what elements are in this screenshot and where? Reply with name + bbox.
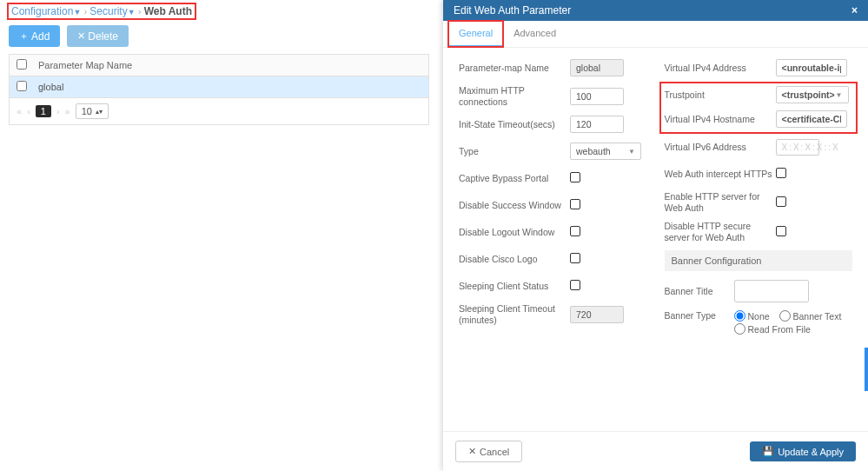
vip6addr-field[interactable]: X:X:X:X::X: [776, 139, 819, 156]
radio-file[interactable]: Read From File: [734, 323, 811, 335]
disable-logo-checkbox[interactable]: [570, 253, 580, 263]
x-icon: ✕: [468, 446, 476, 457]
label-max-http: Maximum HTTP connections: [459, 85, 570, 107]
trustpoint-select[interactable]: <trustpoint>▼: [776, 86, 849, 103]
sleep-timeout-field[interactable]: [570, 306, 624, 323]
label-dsecure: Disable HTTP secure server for Web Auth: [665, 221, 776, 242]
label-sleep-status: Sleeping Client Status: [459, 281, 570, 292]
pager-next[interactable]: ›: [56, 106, 60, 116]
disable-success-checkbox[interactable]: [570, 199, 580, 209]
init-timeout-field[interactable]: [570, 116, 624, 133]
label-dsuccess: Disable Success Window: [459, 200, 570, 211]
label-captive: Captive Bypass Portal: [459, 173, 570, 184]
label-param-name: Parameter-map Name: [459, 63, 570, 74]
save-icon: 💾: [762, 446, 774, 457]
banner-title-field[interactable]: [734, 280, 809, 302]
label-banner-type: Banner Type: [665, 310, 734, 322]
tab-advanced[interactable]: Advanced: [503, 21, 567, 47]
edit-webauth-modal: Edit Web Auth Parameter × General Advanc…: [443, 0, 868, 471]
label-vip6addr: Virtual IPv6 Address: [665, 142, 776, 153]
page-size-selector[interactable]: 10▴▾: [76, 103, 109, 119]
modal-title: Edit Web Auth Parameter: [454, 4, 571, 17]
delete-button[interactable]: ✕Delete: [67, 25, 129, 47]
label-sleep-timeout: Sleeping Client Timeout (minutes): [459, 303, 570, 325]
vip4addr-field[interactable]: [776, 59, 847, 76]
accent-bar: [865, 348, 868, 391]
httpserver-checkbox[interactable]: [776, 196, 786, 207]
vip4host-field[interactable]: [776, 110, 847, 128]
intercept-checkbox[interactable]: [776, 168, 786, 178]
row-name: global: [38, 82, 421, 92]
radio-text[interactable]: Banner Text: [779, 310, 842, 322]
label-vip4addr: Virtual IPv4 Address: [665, 63, 776, 74]
label-intercept: Web Auth intercept HTTPs: [665, 169, 776, 180]
table-row[interactable]: global: [10, 76, 428, 98]
label-trustpoint: Trustpoint: [665, 90, 776, 101]
tab-general[interactable]: General: [448, 21, 503, 47]
sort-icon: ▴▾: [96, 108, 103, 116]
label-dlogo: Disable Cisco Logo: [459, 254, 570, 265]
radio-none[interactable]: None: [734, 310, 770, 322]
pager: « ‹ 1 › » 10▴▾: [10, 98, 428, 124]
label-init-timeout: Init-State Timeout(secs): [459, 119, 570, 130]
chevron-down-icon: ▼: [628, 148, 635, 156]
label-dlogout: Disable Logout Window: [459, 227, 570, 238]
parameter-map-table: Parameter Map Name global « ‹ 1 › » 10▴▾: [9, 54, 429, 125]
apply-button[interactable]: 💾Update & Apply: [750, 441, 856, 461]
label-banner-title: Banner Title: [665, 286, 734, 297]
pager-last[interactable]: »: [65, 106, 70, 116]
plus-icon: ＋: [19, 30, 29, 43]
select-all-checkbox[interactable]: [17, 59, 27, 70]
row-checkbox[interactable]: [17, 81, 27, 91]
disable-logout-checkbox[interactable]: [570, 226, 580, 236]
pager-prev[interactable]: ‹: [27, 106, 30, 116]
banner-type-radios: None Banner Text Read From File: [734, 310, 853, 336]
chevron-down-icon: ▼: [836, 91, 843, 99]
disable-secure-checkbox[interactable]: [776, 226, 786, 236]
column-header-name[interactable]: Parameter Map Name: [38, 60, 421, 70]
pager-first[interactable]: «: [17, 106, 22, 116]
label-httpserver: Enable HTTP server for Web Auth: [665, 191, 776, 213]
chevron-right-icon: ›: [84, 7, 87, 17]
label-vip4host: Virtual IPv4 Hostname: [665, 114, 776, 125]
pager-current: 1: [36, 105, 51, 117]
breadcrumb-config[interactable]: Configuration▼: [11, 5, 81, 17]
x-icon: ✕: [77, 30, 85, 42]
close-icon[interactable]: ×: [851, 4, 858, 17]
add-button[interactable]: ＋Add: [9, 25, 60, 47]
cancel-button[interactable]: ✕Cancel: [455, 441, 522, 462]
banner-section-header: Banner Configuration: [665, 250, 853, 271]
modal-tabs: General Advanced: [443, 21, 868, 48]
type-select[interactable]: webauth▼: [570, 143, 641, 160]
breadcrumb-webauth: Web Auth: [144, 5, 192, 17]
chevron-right-icon: ›: [138, 7, 141, 17]
sleep-status-checkbox[interactable]: [570, 280, 580, 290]
max-http-field[interactable]: [570, 88, 624, 105]
param-name-field: [570, 59, 624, 76]
label-type: Type: [459, 146, 570, 157]
breadcrumb-security[interactable]: Security▼: [89, 5, 135, 17]
captive-checkbox[interactable]: [570, 172, 580, 182]
